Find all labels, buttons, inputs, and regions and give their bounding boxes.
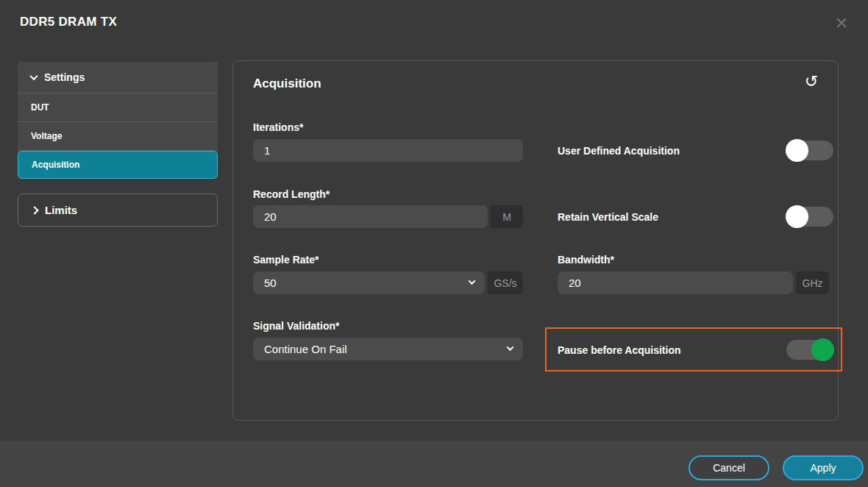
close-icon[interactable]: ×: [828, 9, 855, 37]
signal-validation-select[interactable]: Continue On Fail: [253, 338, 523, 360]
dialog-title: DDR5 DRAM TX: [20, 15, 117, 29]
retain-vertical-scale-toggle[interactable]: [786, 207, 833, 227]
record-length-input[interactable]: [253, 205, 488, 228]
footer-bar: Cancel Apply: [0, 441, 868, 487]
bandwidth-unit: GHz: [796, 271, 829, 294]
record-length-label: Record Length*: [253, 188, 330, 200]
sidebar-item-label: DUT: [31, 102, 49, 113]
chevron-down-icon: [469, 277, 476, 285]
chevron-right-icon: [30, 206, 38, 214]
chevron-down-icon: [29, 72, 38, 80]
user-defined-acquisition-toggle[interactable]: [786, 141, 833, 160]
panel-title: Acquisition: [253, 77, 321, 91]
sidebar-item-dut[interactable]: DUT: [18, 93, 218, 122]
record-length-unit: M: [491, 205, 523, 228]
sample-rate-unit: GS/s: [488, 271, 523, 294]
sidebar-group-settings[interactable]: Settings: [18, 62, 218, 93]
apply-button[interactable]: Apply: [783, 455, 864, 480]
sample-rate-select[interactable]: 50: [253, 271, 485, 294]
bandwidth-label: Bandwidth*: [558, 254, 614, 266]
reset-icon[interactable]: ↺: [800, 70, 823, 93]
chevron-down-icon: [507, 344, 514, 351]
sidebar-item-acquisition[interactable]: Acquisition: [18, 151, 218, 179]
iterations-input[interactable]: [253, 139, 523, 162]
user-defined-acquisition-label: User Defined Acquisition: [558, 145, 680, 157]
sample-rate-value: 50: [264, 277, 277, 289]
limits-group-label: Limits: [45, 204, 77, 216]
acquisition-panel: Acquisition ↺ Iterations* Record Length*…: [232, 60, 839, 421]
toggle-knob: [786, 139, 808, 162]
sidebar-item-voltage[interactable]: Voltage: [18, 122, 218, 151]
pause-before-acquisition-toggle[interactable]: [786, 340, 833, 360]
iterations-label: Iterations*: [253, 121, 303, 133]
pause-before-acquisition-label: Pause before Acquisition: [558, 344, 681, 356]
toggle-knob: [786, 205, 808, 228]
sidebar-item-label: Acquisition: [32, 160, 79, 170]
settings-group: Settings DUT Voltage Acquisition: [18, 62, 218, 179]
sidebar-item-label: Voltage: [31, 131, 62, 141]
toggle-knob: [811, 338, 834, 361]
sidebar-group-limits[interactable]: Limits: [18, 193, 218, 227]
cancel-button[interactable]: Cancel: [689, 455, 769, 480]
signal-validation-label: Signal Validation*: [253, 320, 339, 332]
sample-rate-label: Sample Rate*: [253, 254, 319, 266]
signal-validation-value: Continue On Fail: [264, 343, 347, 355]
bandwidth-input[interactable]: [558, 271, 793, 294]
sidebar: Settings DUT Voltage Acquisition Limits: [18, 62, 218, 227]
settings-group-label: Settings: [44, 71, 85, 83]
retain-vertical-scale-label: Retain Vertical Scale: [558, 211, 658, 223]
